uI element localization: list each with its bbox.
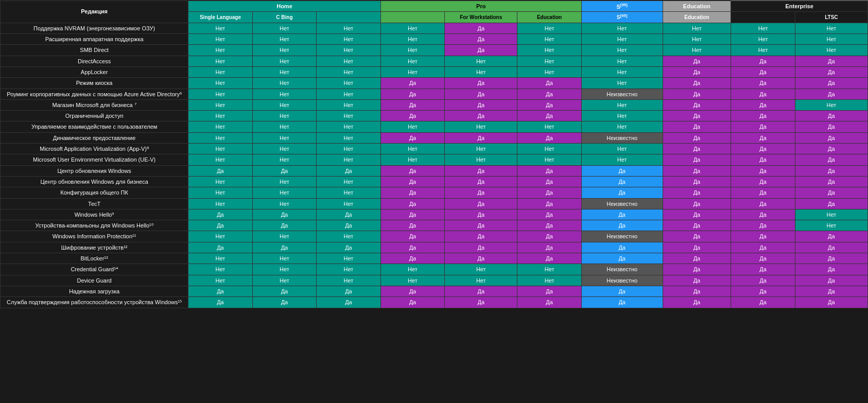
data-cell: Да [445,78,517,89]
data-cell: Да [380,242,445,253]
data-cell: Нет [317,89,381,99]
data-cell: Да [795,198,867,209]
data-cell: Нет [380,121,445,132]
table-row: Credential Guard¹⁴НетНетНетНетНетНетНеиз… [1,264,868,275]
data-cell: Да [317,286,381,296]
data-cell: Нет [252,66,317,77]
data-cell: Да [795,187,867,198]
table-row: Windows Hello⁹ДаДаДаДаДаДаДаДаДаНет [1,209,868,220]
data-cell: Да [445,45,517,56]
table-row: DirectAccessНетНетНетНетНетНетНетДаДаДа [1,56,868,66]
data-cell: Нет [663,23,731,33]
data-cell: Да [663,111,731,121]
data-cell: Да [795,111,867,121]
feature-cell: Конфигурация общего ПК [1,187,188,198]
data-cell: Да [795,56,867,66]
data-cell: Нет [317,45,381,56]
data-cell: Да [795,297,867,308]
data-cell: Неизвестно [581,231,663,242]
data-cell: Да [731,66,795,77]
data-cell: Да [445,297,517,308]
data-cell: Да [517,132,582,143]
data-cell: Да [445,209,517,220]
feature-cell: Поддержка NVRAM (энергонезависимое ОЗУ) [1,23,188,33]
group-edu: Education [663,1,731,12]
data-cell: Нет [317,56,381,66]
data-cell: Нет [380,275,445,286]
data-cell: Неизвестно [581,198,663,209]
data-cell: Да [317,297,381,308]
data-cell: Да [445,99,517,110]
table-row: Ограниченный доступНетНетНетДаДаДаНетДаД… [1,111,868,121]
data-cell: Да [517,78,582,89]
data-cell: Да [317,242,381,253]
data-cell: Да [731,99,795,110]
data-cell: Нет [252,275,317,286]
data-cell: Нет [317,121,381,132]
subheader-ltsc: LTSC [795,12,867,23]
data-cell: Нет [188,132,253,143]
data-cell: Неизвестно [581,132,663,143]
data-cell: Да [731,154,795,165]
feature-cell: Ограниченный доступ [1,111,188,121]
table-row: Роуминг корпоративных данных с помощью A… [1,89,868,99]
data-cell: Да [663,297,731,308]
data-cell: Нет [317,23,381,33]
data-cell: Да [731,297,795,308]
data-cell: Нет [317,253,381,264]
data-cell: Да [188,297,253,308]
data-cell: Да [380,231,445,242]
data-cell: Да [380,99,445,110]
data-cell: Да [445,34,517,45]
subheader-s: S[95] [581,12,663,23]
data-cell: Нет [252,45,317,56]
data-cell: Нет [188,45,253,56]
data-cell: Нет [795,99,867,110]
data-cell: Нет [188,253,253,264]
data-cell: Да [581,220,663,231]
data-cell: Да [517,89,582,99]
data-cell: Да [380,220,445,231]
data-cell: Нет [317,264,381,275]
feature-cell: Роуминг корпоративных данных с помощью A… [1,89,188,99]
data-cell: Нет [380,264,445,275]
data-cell: Да [663,198,731,209]
data-cell: Да [731,56,795,66]
data-cell: Да [317,165,381,176]
data-cell: Нет [581,121,663,132]
data-cell: Нет [581,99,663,110]
data-cell: Нет [731,34,795,45]
feature-cell: SMB Direct [1,45,188,56]
data-cell: Нет [517,23,582,33]
data-cell: Нет [517,66,582,77]
data-cell: Нет [188,34,253,45]
data-cell: Да [731,242,795,253]
group-s: S[95] [581,1,663,12]
data-cell: Нет [188,176,253,187]
data-cell: Нет [517,121,582,132]
data-cell: Да [795,275,867,286]
data-cell: Да [445,176,517,187]
data-cell: Нет [517,264,582,275]
data-cell: Да [445,187,517,198]
data-cell: Да [188,220,253,231]
subheader-enterprise-plain [731,12,795,23]
data-cell: Да [517,187,582,198]
data-cell: Нет [795,220,867,231]
data-cell: Да [445,132,517,143]
data-cell: Да [581,242,663,253]
data-cell: Нет [188,198,253,209]
data-cell: Нет [581,45,663,56]
data-cell: Нет [188,275,253,286]
data-cell: Да [731,176,795,187]
data-cell: Да [663,220,731,231]
data-cell: Нет [795,34,867,45]
data-cell: Нет [445,154,517,165]
data-cell: Да [795,154,867,165]
data-cell: Да [380,286,445,296]
data-cell: Да [445,286,517,296]
subheader-for-workstations: For Workstations [445,12,517,23]
data-cell: Нет [445,121,517,132]
data-cell: Да [581,187,663,198]
data-cell: Нет [188,111,253,121]
